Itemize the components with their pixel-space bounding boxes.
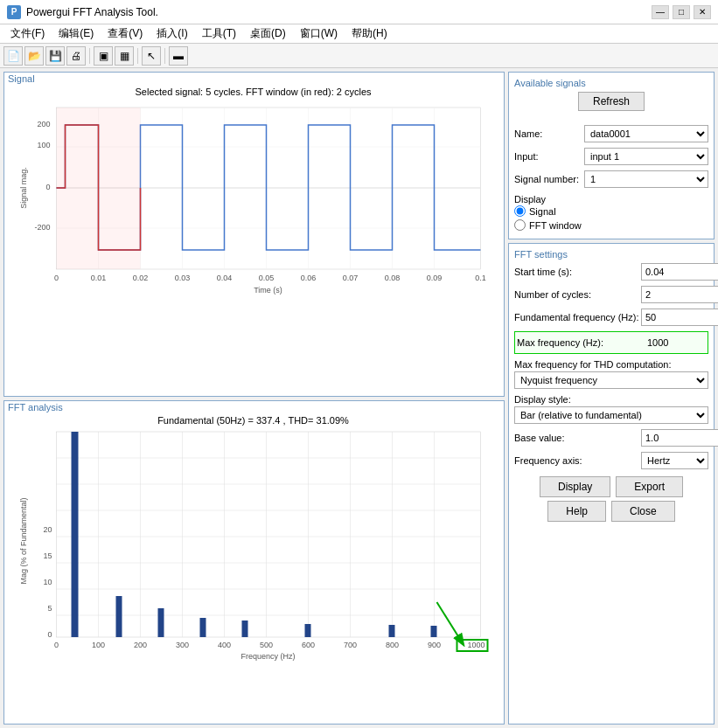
svg-text:0: 0 bbox=[47, 630, 52, 639]
svg-rect-51 bbox=[200, 618, 206, 637]
max-freq-label: Max frequency (Hz): bbox=[517, 337, 644, 348]
num-cycles-label: Number of cycles: bbox=[514, 289, 641, 300]
freq-axis-select[interactable]: Hertz bbox=[641, 452, 708, 469]
svg-text:0: 0 bbox=[45, 183, 50, 191]
display-style-label: Display style: bbox=[514, 394, 708, 405]
maximize-button[interactable]: □ bbox=[673, 5, 690, 19]
help-close-buttons: Help Close bbox=[514, 501, 708, 522]
fft-window-radio-label: FFT window bbox=[529, 220, 582, 231]
signal-number-label: Signal number: bbox=[514, 174, 584, 184]
display-section: Display Signal FFT window bbox=[514, 193, 708, 231]
refresh-button[interactable]: Refresh bbox=[578, 92, 645, 111]
start-time-input[interactable] bbox=[641, 263, 718, 281]
display-style-section: Display style: Bar (relative to fundamen… bbox=[514, 394, 708, 424]
signal-panel-title: Signal bbox=[4, 73, 504, 85]
svg-text:15: 15 bbox=[43, 551, 52, 560]
freq-axis-label: Frequency axis: bbox=[514, 455, 641, 466]
svg-text:200: 200 bbox=[37, 120, 50, 128]
display-style-select[interactable]: Bar (relative to fundamental) bbox=[514, 406, 708, 424]
svg-text:0.05: 0.05 bbox=[259, 274, 275, 282]
svg-rect-50 bbox=[158, 608, 164, 637]
svg-text:200: 200 bbox=[134, 641, 147, 649]
input-select[interactable]: input 1 bbox=[584, 148, 708, 165]
help-button[interactable]: Help bbox=[547, 501, 606, 522]
freq-axis-row: Frequency axis: Hertz bbox=[514, 452, 708, 469]
fft-chart-title: Fundamental (50Hz) = 337.4 , THD= 31.09% bbox=[6, 415, 500, 426]
fft-window-radio[interactable] bbox=[514, 219, 526, 231]
svg-rect-55 bbox=[431, 626, 437, 637]
window-controls: — □ ✕ bbox=[652, 5, 711, 19]
toolbar-separator-3 bbox=[164, 48, 165, 64]
menu-bar: 文件(F) 编辑(E) 查看(V) 插入(I) 工具(T) 桌面(D) 窗口(W… bbox=[0, 24, 718, 44]
max-freq-thd-select[interactable]: Nyquist frequency bbox=[514, 371, 708, 389]
menu-tools[interactable]: 工具(T) bbox=[195, 24, 243, 43]
signal-radio-row: Signal bbox=[514, 205, 708, 217]
input-row: Input: input 1 bbox=[514, 148, 708, 165]
svg-text:700: 700 bbox=[344, 641, 357, 649]
signal-number-select[interactable]: 1 bbox=[584, 170, 708, 188]
fft-analysis-title: FFT analysis bbox=[4, 401, 504, 413]
toolbar-open[interactable]: 📂 bbox=[24, 46, 44, 66]
fft-chart-container: Fundamental (50Hz) = 337.4 , THD= 31.09% bbox=[4, 413, 504, 729]
close-button[interactable]: ✕ bbox=[694, 5, 711, 19]
toolbar-separator-1 bbox=[89, 48, 90, 64]
svg-text:Time (s): Time (s) bbox=[254, 286, 282, 295]
menu-edit[interactable]: 编辑(E) bbox=[52, 24, 101, 43]
svg-text:0.02: 0.02 bbox=[133, 274, 149, 282]
num-cycles-input[interactable] bbox=[641, 286, 718, 303]
menu-help[interactable]: 帮助(H) bbox=[345, 24, 394, 43]
svg-text:0: 0 bbox=[54, 274, 59, 282]
minimize-button[interactable]: — bbox=[652, 5, 669, 19]
available-signals-panel: Available signals Refresh Name: data0001… bbox=[508, 72, 715, 239]
svg-rect-48 bbox=[72, 432, 79, 637]
svg-text:0.07: 0.07 bbox=[343, 274, 359, 282]
fund-freq-label: Fundamental frequency (Hz): bbox=[514, 312, 641, 322]
toolbar-separator-2 bbox=[137, 48, 138, 64]
toolbar-btn-6[interactable]: ▦ bbox=[115, 46, 134, 66]
available-signals-title: Available signals bbox=[514, 78, 708, 88]
svg-text:800: 800 bbox=[386, 641, 399, 649]
svg-rect-54 bbox=[389, 625, 395, 637]
toolbar-print[interactable]: 🖨 bbox=[66, 46, 86, 66]
svg-text:5: 5 bbox=[47, 604, 52, 613]
svg-text:-200: -200 bbox=[34, 223, 50, 232]
svg-text:300: 300 bbox=[176, 641, 189, 649]
base-value-label: Base value: bbox=[514, 433, 641, 443]
signal-radio[interactable] bbox=[514, 205, 526, 217]
svg-text:100: 100 bbox=[92, 641, 105, 649]
svg-text:100: 100 bbox=[37, 141, 50, 149]
svg-text:0: 0 bbox=[54, 641, 59, 649]
menu-window[interactable]: 窗口(W) bbox=[293, 24, 345, 43]
action-buttons: Display Export bbox=[514, 476, 708, 497]
fft-analysis-panel: FFT analysis Fundamental (50Hz) = 337.4 … bbox=[3, 400, 505, 725]
toolbar-btn-5[interactable]: ▣ bbox=[94, 46, 113, 66]
name-label: Name: bbox=[514, 128, 584, 139]
export-button[interactable]: Export bbox=[616, 476, 683, 497]
svg-text:0.06: 0.06 bbox=[301, 274, 317, 282]
max-freq-input[interactable] bbox=[644, 334, 718, 351]
signal-number-row: Signal number: 1 bbox=[514, 170, 708, 188]
fund-freq-input[interactable] bbox=[641, 309, 718, 326]
svg-text:1000: 1000 bbox=[467, 641, 484, 649]
toolbar-save[interactable]: 💾 bbox=[45, 46, 65, 66]
title-bar: P Powergui FFT Analysis Tool. — □ ✕ bbox=[0, 0, 718, 24]
svg-text:0.09: 0.09 bbox=[427, 274, 443, 282]
name-select[interactable]: data0001 bbox=[584, 125, 708, 142]
toolbar-btn-8[interactable]: ▬ bbox=[169, 46, 188, 66]
menu-view[interactable]: 查看(V) bbox=[101, 24, 150, 43]
toolbar-new[interactable]: 📄 bbox=[3, 46, 23, 66]
toolbar-cursor[interactable]: ↖ bbox=[142, 46, 161, 66]
svg-rect-53 bbox=[305, 624, 311, 637]
left-panels: Signal Selected signal: 5 cycles. FFT wi… bbox=[0, 68, 508, 728]
svg-text:0.03: 0.03 bbox=[175, 274, 191, 282]
svg-text:10: 10 bbox=[43, 578, 52, 586]
name-row: Name: data0001 bbox=[514, 125, 708, 142]
close-window-button[interactable]: Close bbox=[611, 501, 675, 522]
menu-file[interactable]: 文件(F) bbox=[3, 24, 52, 43]
main-content: Signal Selected signal: 5 cycles. FFT wi… bbox=[0, 68, 718, 728]
signal-chart-container: Selected signal: 5 cycles. FFT window (i… bbox=[4, 85, 504, 408]
display-button[interactable]: Display bbox=[540, 476, 610, 497]
menu-desktop[interactable]: 桌面(D) bbox=[243, 24, 293, 43]
base-value-input[interactable] bbox=[641, 429, 718, 447]
menu-insert[interactable]: 插入(I) bbox=[150, 24, 194, 43]
